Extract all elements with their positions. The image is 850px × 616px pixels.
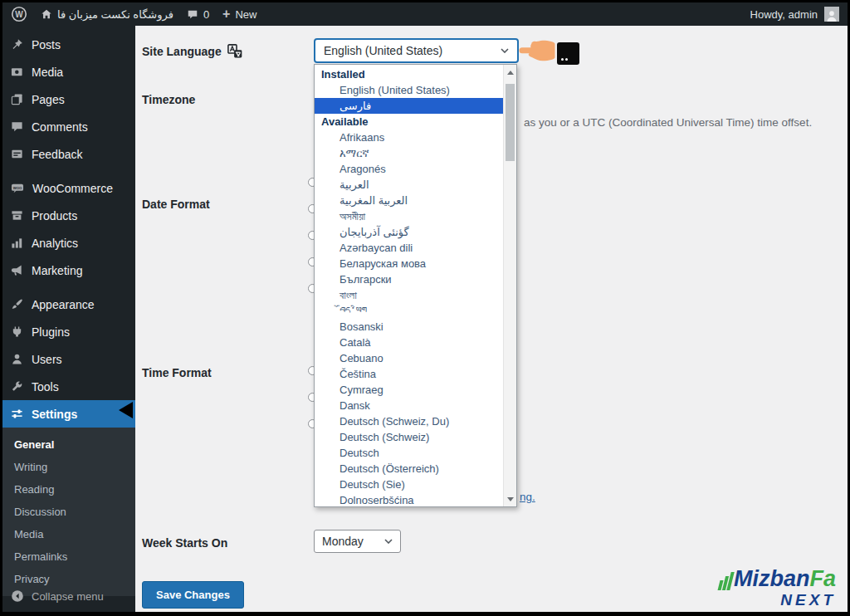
admin-bar: W فروشگاه نکست میزبان فا 0 + New Howdy, …: [2, 2, 848, 26]
logo-text-mizban: Mizban: [734, 568, 810, 590]
sidebar-item-comments[interactable]: Comments: [2, 113, 135, 140]
language-option[interactable]: Azərbaycan dili: [315, 240, 503, 256]
language-option[interactable]: Català: [315, 335, 503, 350]
language-option[interactable]: العربية: [315, 177, 503, 193]
language-option[interactable]: Беларуская мова: [315, 256, 503, 271]
sidebar-item-plugins[interactable]: Plugins: [2, 318, 135, 345]
language-option[interactable]: Čeština: [315, 366, 503, 382]
feedback-icon: [11, 148, 23, 160]
site-language-label: Site Language: [142, 44, 242, 59]
dropdown-scrollbar[interactable]: [503, 65, 516, 506]
sidebar-item-products[interactable]: Products: [2, 202, 135, 229]
sidebar-item-media[interactable]: Media: [2, 58, 135, 86]
language-option[interactable]: Dansk: [315, 398, 503, 413]
logo-bars-icon: [719, 572, 732, 590]
home-icon: [41, 8, 52, 20]
timezone-label: Timezone: [142, 93, 195, 106]
language-option[interactable]: English (United States): [315, 82, 503, 98]
logo-text-next: NEXT: [719, 592, 836, 608]
screenshot-frame: W فروشگاه نکست میزبان فا 0 + New Howdy, …: [0, 0, 850, 616]
new-content-button[interactable]: + New: [222, 7, 256, 21]
sidebar-item-label: Products: [32, 209, 77, 222]
site-link[interactable]: فروشگاه نکست میزبان فا: [41, 8, 173, 21]
scroll-down-button[interactable]: [504, 492, 516, 506]
language-option[interactable]: Cebuano: [315, 350, 503, 366]
submenu-item-writing[interactable]: Writing: [2, 456, 135, 478]
sidebar-item-label: Appearance: [32, 298, 95, 311]
scrollbar-thumb[interactable]: [506, 84, 515, 161]
wordpress-logo-icon[interactable]: W: [11, 6, 27, 22]
sidebar-item-pages[interactable]: Pages: [2, 86, 135, 113]
sidebar-item-analytics[interactable]: Analytics: [2, 229, 135, 257]
language-option[interactable]: العربية المغربية: [315, 193, 503, 208]
language-option[interactable]: Deutsch (Schweiz): [315, 429, 503, 445]
sidebar-item-label: Tools: [32, 380, 59, 394]
brush-icon: [11, 298, 23, 310]
bar-chart-icon: [11, 237, 23, 249]
scroll-up-button[interactable]: [504, 66, 516, 79]
save-changes-button[interactable]: Save Changes: [142, 581, 244, 609]
sidebar-item-label: WooCommerce: [32, 182, 113, 195]
language-option-selected[interactable]: فارسی: [315, 98, 503, 114]
language-option[interactable]: Bosanski: [315, 319, 503, 335]
mizbanfa-logo: MizbanFa NEXT: [719, 568, 836, 608]
language-option[interactable]: አማርኛ: [315, 145, 503, 161]
site-language-dropdown-list: Installed English (United States) فارسی …: [314, 64, 517, 507]
sidebar-item-woocommerce[interactable]: WOO WooCommerce: [2, 174, 135, 202]
language-option[interactable]: گؤنئی آذربایجان: [315, 224, 503, 240]
sidebar-item-appearance[interactable]: Appearance: [2, 291, 135, 318]
language-option[interactable]: Deutsch: [315, 445, 503, 461]
sidebar-item-posts[interactable]: Posts: [2, 31, 135, 58]
submenu-item-reading[interactable]: Reading: [2, 478, 135, 501]
chevron-down-icon: [501, 48, 509, 53]
submenu-item-discussion[interactable]: Discussion: [2, 501, 135, 523]
language-group-available: Available: [315, 114, 503, 130]
media-icon: [11, 66, 23, 78]
avatar[interactable]: [824, 7, 839, 22]
sidebar-item-label: Feedback: [32, 148, 82, 161]
submenu-item-general[interactable]: General: [2, 433, 135, 456]
language-option[interactable]: Cymraeg: [315, 382, 503, 398]
howdy-admin[interactable]: Howdy, admin: [750, 8, 818, 21]
language-option[interactable]: བོད་ཡིག: [315, 303, 503, 319]
week-starts-on-label: Week Starts On: [142, 536, 227, 550]
sidebar-item-marketing[interactable]: Marketing: [2, 257, 135, 284]
language-option[interactable]: Dolnoserbšćina: [315, 492, 503, 508]
language-option[interactable]: Deutsch (Österreich): [315, 461, 503, 477]
timezone-help-text: as you or a UTC (Coordinated Universal T…: [524, 116, 812, 129]
collapse-menu-button[interactable]: Collapse menu: [2, 584, 104, 609]
week-starts-on-select[interactable]: Monday: [314, 530, 401, 553]
sidebar-item-settings[interactable]: Settings: [2, 400, 135, 428]
formatting-doc-link-partial[interactable]: ng.: [520, 491, 535, 503]
sidebar-item-tools[interactable]: Tools: [2, 373, 135, 400]
admin-sidebar: Posts Media Pages Comments Feedback WOO: [2, 26, 135, 612]
sidebar-item-label: Settings: [32, 408, 77, 421]
language-option[interactable]: Deutsch (Schweiz, Du): [315, 413, 503, 429]
triangle-down-icon: [507, 497, 514, 501]
language-option[interactable]: Aragonés: [315, 161, 503, 177]
sidebar-item-users[interactable]: Users: [2, 345, 135, 373]
submenu-item-media[interactable]: Media: [2, 523, 135, 545]
pages-icon: [11, 93, 23, 105]
pin-icon: [11, 38, 23, 51]
language-option[interactable]: বাংলা: [315, 287, 503, 303]
submenu-item-permalinks[interactable]: Permalinks: [2, 545, 135, 568]
general-settings-content: Site Language English (United States) Ti…: [135, 26, 848, 612]
sidebar-separator: [2, 168, 135, 174]
woocommerce-icon: WOO: [11, 182, 24, 194]
sidebar-item-label: Analytics: [32, 237, 78, 250]
products-icon: [11, 209, 23, 222]
language-option[interactable]: Afrikaans: [315, 130, 503, 145]
comment-bubble-icon: [187, 8, 198, 20]
sidebar-item-feedback[interactable]: Feedback: [2, 140, 135, 168]
comments-badge[interactable]: 0: [187, 8, 209, 21]
language-option[interactable]: অসমীয়া: [315, 208, 503, 224]
site-language-value: English (United States): [324, 44, 442, 57]
svg-text:W: W: [15, 10, 23, 19]
time-format-label: Time Format: [142, 366, 212, 379]
logo-text-fa: Fa: [809, 568, 836, 590]
language-option[interactable]: Български: [315, 271, 503, 287]
sidebar-item-label: Media: [32, 66, 63, 79]
language-option[interactable]: Deutsch (Sie): [315, 477, 503, 492]
site-language-select[interactable]: English (United States): [314, 38, 519, 63]
